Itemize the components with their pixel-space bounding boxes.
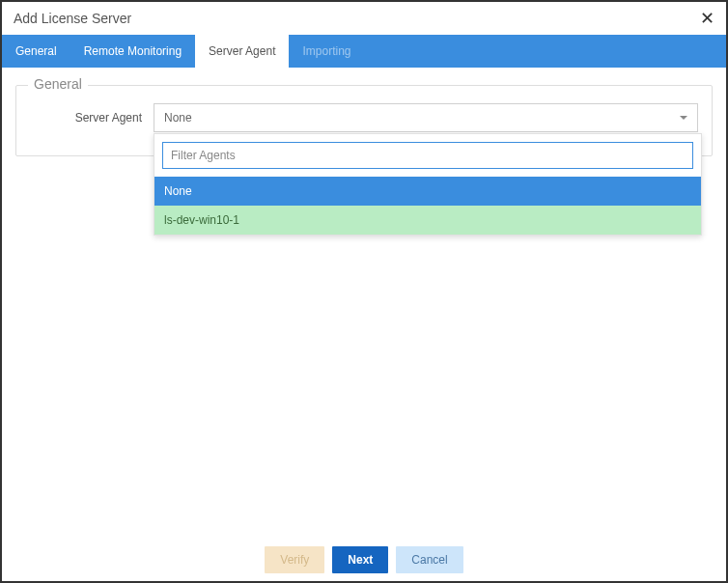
verify-button: Verify: [265, 546, 324, 573]
tab-general[interactable]: General: [2, 35, 70, 68]
tab-bar: General Remote Monitoring Server Agent I…: [2, 35, 726, 68]
dropdown-panel: None ls-dev-win10-1: [154, 133, 702, 236]
dropdown-option-agent[interactable]: ls-dev-win10-1: [154, 206, 701, 235]
select-server-agent[interactable]: None: [154, 103, 698, 132]
tab-remote-monitoring[interactable]: Remote Monitoring: [70, 35, 195, 68]
tab-importing: Importing: [289, 35, 364, 68]
next-button[interactable]: Next: [332, 546, 388, 573]
cancel-button[interactable]: Cancel: [396, 546, 462, 573]
dialog-title: Add License Server: [14, 11, 131, 26]
row-server-agent: Server Agent None: [30, 103, 698, 132]
close-icon[interactable]: ✕: [700, 10, 714, 27]
tab-server-agent[interactable]: Server Agent: [195, 35, 289, 68]
fieldset-legend: General: [28, 76, 88, 92]
dialog-header: Add License Server ✕: [2, 2, 726, 35]
label-server-agent: Server Agent: [30, 111, 154, 125]
dialog-footer: Verify Next Cancel: [2, 539, 726, 581]
dropdown-filter-wrap: [154, 134, 701, 177]
dropdown-option-none[interactable]: None: [154, 177, 701, 206]
chevron-down-icon: [680, 116, 687, 120]
select-value: None: [164, 111, 192, 125]
filter-agents-input[interactable]: [162, 142, 693, 169]
